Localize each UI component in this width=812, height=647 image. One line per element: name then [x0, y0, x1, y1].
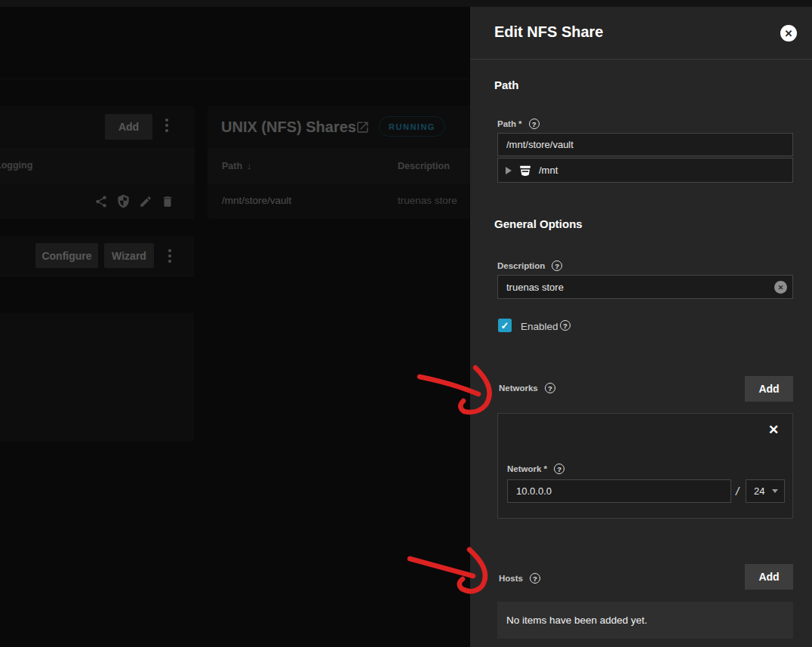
tree-item-label: /mnt [539, 165, 558, 176]
network-field-label-row: Network * ? [507, 464, 564, 474]
enabled-checkbox[interactable]: ✓ [498, 319, 512, 332]
close-icon[interactable]: ✕ [780, 25, 797, 42]
description-label: Description [497, 261, 545, 270]
path-input[interactable] [497, 133, 793, 156]
cidr-separator: / [736, 485, 739, 498]
remove-network-icon[interactable]: ✕ [768, 424, 779, 436]
help-icon[interactable]: ? [560, 320, 571, 331]
drawer-header: Edit NFS Share ✕ [470, 7, 812, 60]
hosts-label: Hosts [499, 574, 523, 583]
network-label: Network * [507, 464, 547, 473]
description-field-label-row: Description ? [497, 260, 562, 271]
path-tree-row[interactable]: /mnt [497, 158, 793, 183]
help-icon[interactable]: ? [554, 464, 564, 474]
check-icon: ✓ [501, 320, 509, 331]
clear-icon[interactable]: ✕ [774, 281, 787, 294]
networks-label: Networks [499, 384, 538, 393]
path-section-heading: Path [494, 79, 519, 91]
enabled-label: Enabled [521, 321, 558, 332]
hosts-empty-text: No items have been added yet. [506, 615, 647, 626]
help-icon[interactable]: ? [545, 383, 555, 393]
help-icon[interactable]: ? [552, 260, 562, 271]
network-entry-card: ✕ Network * ? / 24 [497, 413, 793, 519]
drawer-title: Edit NFS Share [494, 23, 603, 41]
hosts-empty-state: No items have been added yet. [497, 602, 793, 639]
hosts-label-row: Hosts ? [499, 573, 540, 584]
network-input[interactable] [507, 479, 731, 503]
add-network-button[interactable]: Add [745, 376, 793, 402]
networks-label-row: Networks ? [499, 383, 555, 393]
path-field-label-row: Path * ? [497, 119, 540, 129]
add-host-button[interactable]: Add [745, 564, 793, 590]
prefix-select[interactable]: 24 [746, 479, 785, 503]
general-options-heading: General Options [494, 217, 583, 230]
chevron-down-icon [772, 489, 778, 493]
help-icon[interactable]: ? [529, 119, 540, 129]
description-input[interactable] [497, 275, 793, 299]
edit-nfs-share-drawer: Edit NFS Share ✕ Path Path * ? /mnt Gene… [470, 7, 812, 647]
expand-icon[interactable] [506, 167, 512, 174]
dataset-icon [518, 164, 532, 177]
prefix-value: 24 [754, 485, 764, 497]
path-label: Path * [497, 119, 522, 128]
help-icon[interactable]: ? [530, 573, 540, 584]
screen: Add Logging Configure Wizard UNIX (NFS) … [0, 0, 812, 647]
